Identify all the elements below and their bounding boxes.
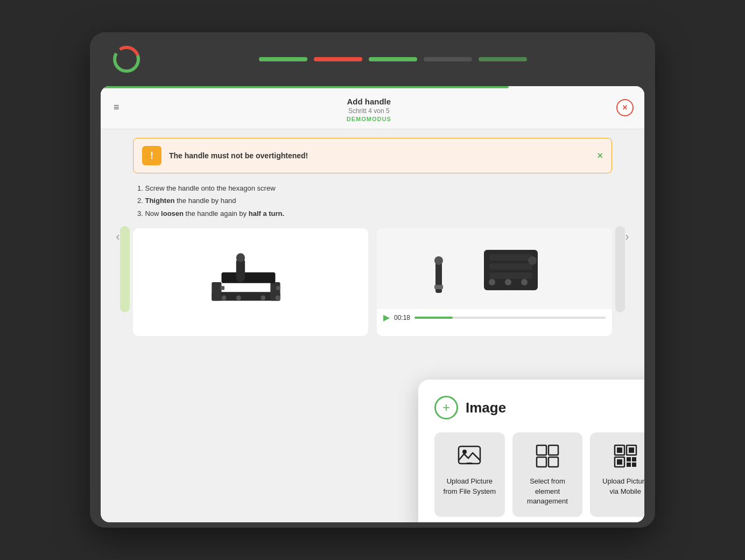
upload-mobile-label: Upload Picture via Mobile (598, 477, 644, 496)
select-element-option[interactable]: Select from element management (512, 432, 583, 517)
warning-close-button[interactable]: × (597, 150, 603, 162)
progress-steps (152, 57, 634, 61)
main-content: ‹ › ! The handle must not be overtighten… (101, 129, 644, 345)
svg-point-24 (528, 256, 537, 265)
svg-rect-29 (549, 445, 558, 455)
close-button[interactable]: × (616, 99, 634, 116)
svg-rect-12 (220, 286, 224, 290)
grid-icon (535, 443, 560, 469)
progress-step-5 (479, 57, 527, 61)
svg-point-8 (221, 296, 226, 300)
image-card-1 (133, 228, 368, 336)
upload-file-option[interactable]: Upload Picture from File System (434, 432, 505, 517)
svg-rect-25 (459, 446, 480, 464)
progress-step-2 (314, 57, 362, 61)
warning-exclamation: ! (150, 150, 153, 162)
step-info: Add handle Schritt 4 von 5 DEMOMODUS (122, 93, 616, 122)
progress-bar-container (101, 86, 644, 88)
svg-point-9 (236, 296, 241, 300)
upload-mobile-option[interactable]: Upload Picture via Mobile (590, 432, 644, 517)
svg-point-11 (275, 296, 280, 300)
progress-step-4 (424, 57, 472, 61)
video-card[interactable]: ▶ 00:18 (377, 228, 612, 336)
svg-point-22 (505, 279, 511, 285)
svg-rect-5 (221, 272, 275, 283)
warning-text: The handle must not be overtightened! (169, 151, 589, 160)
instructions: Screw the handle onto the hexagon screw … (133, 182, 612, 220)
video-thumbnail (377, 228, 612, 309)
svg-rect-16 (434, 285, 443, 289)
device-frame: ≡ Add handle Schritt 4 von 5 DEMOMODUS ×… (90, 32, 655, 528)
content-area: ≡ Add handle Schritt 4 von 5 DEMOMODUS ×… (101, 86, 644, 522)
svg-rect-38 (627, 457, 631, 461)
svg-rect-39 (632, 457, 636, 461)
nav-prev-button[interactable]: ‹ (108, 227, 128, 247)
warning-icon: ! (142, 146, 161, 165)
svg-point-7 (236, 254, 244, 262)
svg-rect-37 (617, 459, 622, 465)
progress-step-1 (259, 57, 307, 61)
instruction-item-1: Screw the handle onto the hexagon screw (137, 182, 612, 194)
video-content (414, 234, 575, 304)
video-progress-bar[interactable] (414, 317, 606, 319)
upload-file-label: Upload Picture from File System (442, 477, 497, 496)
progress-bar-fill (101, 86, 509, 88)
qr-code-icon (613, 443, 638, 469)
svg-rect-31 (549, 457, 558, 467)
svg-point-15 (434, 256, 443, 265)
select-element-label: Select from element management (520, 477, 575, 506)
menu-button[interactable]: ≡ (111, 100, 122, 115)
top-bar (90, 32, 655, 86)
step-title: Add handle (122, 97, 616, 106)
svg-rect-40 (627, 463, 631, 467)
image-popup-title: Image (466, 400, 506, 416)
progress-step-3 (369, 57, 417, 61)
add-circle-button[interactable]: + (434, 396, 458, 419)
nav-next-button[interactable]: › (617, 227, 637, 247)
svg-rect-28 (537, 445, 546, 455)
instruction-item-3: Now loosen the handle again by half a tu… (137, 207, 612, 220)
svg-rect-13 (276, 286, 280, 290)
warning-banner: ! The handle must not be overtightened! … (133, 138, 612, 173)
instruction-item-2: Thighten the handle by hand (137, 194, 612, 207)
svg-point-10 (261, 296, 265, 300)
app-logo (111, 44, 142, 74)
svg-rect-30 (537, 457, 546, 467)
video-progress-fill (414, 317, 453, 319)
svg-rect-41 (632, 463, 636, 467)
play-button[interactable]: ▶ (383, 312, 390, 323)
svg-rect-35 (629, 447, 634, 453)
svg-point-21 (489, 279, 495, 285)
video-time: 00:18 (394, 314, 410, 321)
image-upload-icon (456, 443, 482, 469)
svg-rect-3 (212, 282, 221, 301)
svg-point-26 (462, 450, 467, 454)
add-icon: + (442, 400, 450, 415)
image-popup-header: + Image (434, 396, 644, 419)
video-controls[interactable]: ▶ 00:18 (377, 309, 612, 326)
svg-rect-20 (489, 272, 532, 279)
svg-rect-27 (466, 463, 473, 464)
image-popup: + Image Upload Picture from File System (418, 380, 644, 522)
svg-rect-19 (489, 263, 532, 270)
step-subtitle: Schritt 4 von 5 (122, 107, 616, 115)
images-row: ▶ 00:18 (133, 228, 612, 336)
svg-rect-18 (489, 254, 532, 261)
image-options: Upload Picture from File System Select f… (434, 432, 644, 517)
handle-image-1 (197, 242, 305, 323)
svg-rect-33 (617, 447, 622, 453)
step-header: ≡ Add handle Schritt 4 von 5 DEMOMODUS × (101, 86, 644, 129)
step-demo-label: DEMOMODUS (122, 116, 616, 122)
svg-point-23 (521, 279, 528, 285)
